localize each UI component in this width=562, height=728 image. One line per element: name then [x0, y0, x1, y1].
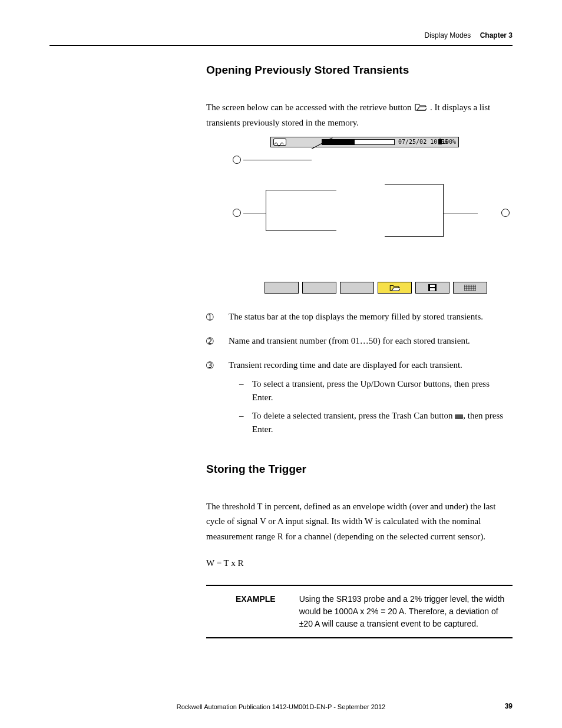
trigger-formula: W = T x R	[206, 558, 513, 568]
transient-screen-figure: 07/25/02 10:56 100%	[233, 137, 486, 296]
heading-storing-trigger: Storing the Trigger	[206, 463, 513, 476]
header-section: Display Modes	[425, 31, 471, 39]
fbtn-3	[340, 282, 374, 294]
callout-2-leader	[243, 213, 266, 213]
callout-number-2: ➁	[206, 334, 218, 348]
svg-rect-3	[430, 285, 435, 287]
fbtn-2	[302, 282, 336, 294]
status-bar: 07/25/02 10:56 100%	[270, 137, 459, 147]
dash-1: –	[239, 377, 246, 405]
callout-item-3: ➂ Transient recording time and date are …	[206, 358, 513, 436]
battery-indicator: 100%	[438, 139, 456, 145]
dash-2: –	[239, 409, 246, 437]
sub-text-delete: To delete a selected transient, press th…	[252, 409, 513, 437]
sub-item-delete: – To delete a selected transient, press …	[239, 409, 513, 437]
example-text: Using the SR193 probe and a 2% trigger l…	[299, 593, 510, 630]
trash-can-icon	[455, 414, 463, 419]
callout-list: ➀ The status bar at the top displays the…	[206, 310, 513, 437]
sub-item-select: – To select a transient, press the Up/Do…	[239, 377, 513, 405]
heading-opening-transients: Opening Previously Stored Transients	[206, 64, 513, 77]
header-chapter: Chapter 3	[480, 31, 513, 39]
retrieve-folder-icon	[389, 284, 400, 291]
callout-number-1: ➀	[206, 310, 218, 324]
fbtn-save	[415, 282, 449, 294]
callout-3-leader	[444, 213, 478, 213]
callout-1-marker	[233, 156, 241, 164]
callout-text-3: Transient recording time and date are di…	[229, 360, 462, 370]
fbtn-1	[265, 282, 299, 294]
callout-item-1: ➀ The status bar at the top displays the…	[206, 310, 513, 324]
svg-rect-5	[464, 285, 476, 291]
footer-publication: Rockwell Automation Publication 1412-UM0…	[0, 703, 562, 710]
callout-1-leader	[243, 160, 312, 160]
retrieve-folder-icon	[415, 101, 427, 116]
callout-3-bracket	[385, 184, 444, 237]
disk-icon	[428, 284, 437, 291]
callout-2-bracket	[266, 190, 336, 231]
sub-text-select: To select a transient, press the Up/Down…	[252, 377, 513, 405]
fbtn-retrieve	[378, 282, 412, 294]
callout-number-3: ➂	[206, 358, 218, 436]
trigger-paragraph: The threshold T in percent, defined as a…	[206, 499, 513, 545]
callout-item-2: ➁ Name and transient number (from 01…50)…	[206, 334, 513, 348]
fbtn-keyboard	[453, 282, 487, 294]
svg-rect-1	[439, 139, 441, 139]
example-box: EXAMPLE Using the SR193 probe and a 2% t…	[206, 585, 513, 638]
example-label: EXAMPLE	[209, 593, 276, 630]
callout-text-2: Name and transient number (from 01…50) f…	[229, 334, 470, 348]
page-number: 39	[505, 702, 513, 710]
callout-text-1: The status bar at the top displays the m…	[229, 310, 483, 324]
function-button-row	[265, 282, 487, 294]
intro-paragraph: The screen below can be accessed with th…	[206, 100, 513, 131]
intro-text-a: The screen below can be accessed with th…	[206, 103, 414, 112]
callout-3-marker	[501, 209, 510, 217]
svg-rect-4	[430, 288, 435, 291]
waveform-icon	[273, 139, 286, 146]
keyboard-icon	[464, 285, 476, 291]
page-header: Display Modes Chapter 3	[425, 31, 513, 39]
callout-2-marker	[233, 209, 241, 217]
header-rule	[49, 45, 513, 46]
